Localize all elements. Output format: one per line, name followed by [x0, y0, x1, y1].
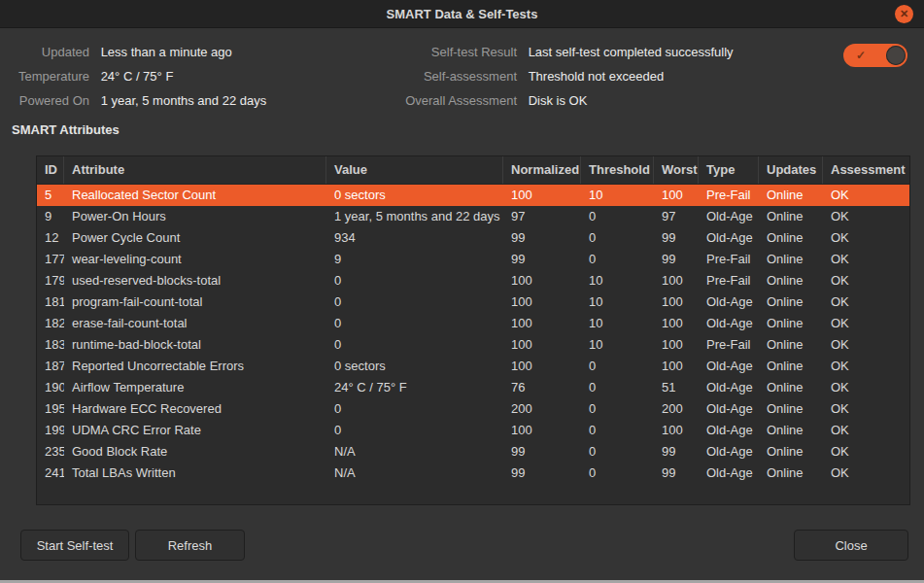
table-cell-type: Old-Age [699, 398, 759, 420]
table-cell-updates: Online [759, 463, 823, 484]
table-cell-threshold: 0 [581, 356, 654, 377]
table-row[interactable]: 241Total LBAs WrittenN/A99099Old-AgeOnli… [37, 463, 909, 484]
column-header-threshold[interactable]: Threshold [581, 156, 654, 184]
column-header-assessment[interactable]: Assessment [823, 156, 909, 184]
table-cell-assessment: OK [823, 463, 909, 484]
table-cell-attribute: used-reserved-blocks-total [64, 270, 326, 292]
table-cell-value: 0 [326, 420, 503, 441]
table-cell-type: Pre-Fail [699, 249, 759, 270]
updated-label: Updated [8, 45, 89, 60]
table-row[interactable]: 183runtime-bad-block-total010010100Pre-F… [37, 334, 909, 356]
table-cell-attribute: wear-leveling-count [64, 249, 326, 270]
table-cell-threshold: 0 [581, 398, 654, 420]
table-cell-worst: 200 [654, 398, 699, 420]
table-cell-normalized: 99 [503, 463, 581, 484]
table-cell-value: 0 [326, 292, 503, 313]
table-row[interactable]: 182erase-fail-count-total010010100Old-Ag… [37, 313, 909, 334]
table-cell-worst: 100 [654, 356, 699, 377]
table-cell-value: 1 year, 5 months and 22 days [326, 206, 503, 227]
section-title: SMART Attributes [12, 122, 120, 137]
table-cell-type: Pre-Fail [699, 270, 759, 292]
column-header-updates[interactable]: Updates [759, 156, 823, 184]
table-cell-worst: 51 [654, 377, 699, 398]
table-cell-assessment: OK [823, 206, 909, 227]
table-cell-id: 177 [37, 249, 64, 270]
table-cell-threshold: 0 [581, 206, 654, 227]
self-test-result-label: Self-test Result [389, 45, 517, 60]
table-cell-value: 0 [326, 334, 503, 356]
table-cell-normalized: 100 [503, 292, 581, 313]
table-row[interactable]: 12Power Cycle Count93499099Old-AgeOnline… [37, 227, 909, 249]
column-header-worst[interactable]: Worst [654, 156, 699, 184]
table-row[interactable]: 195Hardware ECC Recovered02000200Old-Age… [37, 398, 909, 420]
close-icon: ✕ [900, 9, 908, 19]
table-cell-id: 187 [37, 356, 64, 377]
table-cell-attribute: erase-fail-count-total [64, 313, 326, 334]
table-cell-type: Old-Age [699, 377, 759, 398]
table-header-row: IDAttributeValueNormalizedThresholdWorst… [37, 156, 909, 185]
table-cell-assessment: OK [823, 334, 909, 356]
table-row[interactable]: 9Power-On Hours1 year, 5 months and 22 d… [37, 206, 909, 227]
table-row[interactable]: 199UDMA CRC Error Rate01000100Old-AgeOnl… [37, 420, 909, 441]
table-cell-id: 181 [37, 292, 64, 313]
table-cell-attribute: runtime-bad-block-total [64, 334, 326, 356]
table-cell-id: 195 [37, 398, 64, 420]
column-header-attribute[interactable]: Attribute [64, 156, 326, 184]
table-cell-worst: 100 [654, 270, 699, 292]
column-header-type[interactable]: Type [699, 156, 759, 184]
info-row-overall-assessment: Overall Assessment Disk is OK [389, 93, 587, 109]
table-cell-normalized: 99 [503, 441, 581, 463]
table-cell-value: 9 [326, 249, 503, 270]
table-cell-threshold: 0 [581, 441, 654, 463]
table-cell-worst: 97 [654, 206, 699, 227]
info-row-self-test-result: Self-test Result Last self-test complete… [389, 45, 734, 60]
table-cell-attribute: Reported Uncorrectable Errors [64, 356, 326, 377]
table-row[interactable]: 181program-fail-count-total010010100Old-… [37, 292, 909, 313]
column-header-id[interactable]: ID [37, 156, 64, 184]
table-cell-threshold: 0 [581, 463, 654, 484]
table-cell-normalized: 100 [503, 420, 581, 441]
table-cell-worst: 99 [654, 463, 699, 484]
refresh-button[interactable]: Refresh [135, 530, 245, 561]
table-cell-assessment: OK [823, 441, 909, 463]
column-header-value[interactable]: Value [326, 156, 503, 184]
table-row[interactable]: 179used-reserved-blocks-total010010100Pr… [37, 270, 909, 292]
table-cell-worst: 99 [654, 249, 699, 270]
close-button[interactable]: ✕ [895, 5, 913, 23]
table-cell-normalized: 100 [503, 270, 581, 292]
info-row-updated: Updated Less than a minute ago [8, 45, 232, 60]
table-cell-normalized: 76 [503, 377, 581, 398]
table-cell-normalized: 99 [503, 249, 581, 270]
self-assessment-label: Self-assessment [389, 69, 517, 85]
table-cell-threshold: 10 [581, 334, 654, 356]
table-row[interactable]: 5Reallocated Sector Count0 sectors100101… [37, 185, 909, 206]
dialog-title: SMART Data & Self-Tests [387, 7, 538, 21]
table-cell-type: Old-Age [699, 227, 759, 249]
table-cell-attribute: Hardware ECC Recovered [64, 398, 326, 420]
self-assessment-value: Threshold not exceeded [529, 69, 664, 85]
table-cell-updates: Online [759, 227, 823, 249]
table-cell-assessment: OK [823, 420, 909, 441]
start-self-test-button[interactable]: Start Self-test [20, 530, 129, 561]
table-row[interactable]: 177wear-leveling-count999099Pre-FailOnli… [37, 249, 909, 270]
powered-on-label: Powered On [8, 93, 89, 109]
table-row[interactable]: 187Reported Uncorrectable Errors0 sector… [37, 356, 909, 377]
table-cell-worst: 99 [654, 441, 699, 463]
table-cell-type: Pre-Fail [699, 185, 759, 206]
table-cell-attribute: Reallocated Sector Count [64, 185, 326, 206]
table-cell-assessment: OK [823, 313, 909, 334]
updated-value: Less than a minute ago [101, 45, 232, 60]
table-cell-id: 183 [37, 334, 64, 356]
column-header-normalized[interactable]: Normalized [503, 156, 581, 184]
table-cell-worst: 100 [654, 185, 699, 206]
table-cell-assessment: OK [823, 227, 909, 249]
close-dialog-button[interactable]: Close [794, 530, 908, 561]
table-cell-id: 12 [37, 227, 64, 249]
table-row[interactable]: 235Good Block RateN/A99099Old-AgeOnlineO… [37, 441, 909, 463]
smart-enabled-toggle[interactable]: ✓ [843, 44, 907, 67]
table-cell-type: Old-Age [699, 441, 759, 463]
table-cell-assessment: OK [823, 292, 909, 313]
table-cell-attribute: program-fail-count-total [64, 292, 326, 313]
table-cell-value: 934 [326, 227, 503, 249]
table-row[interactable]: 190Airflow Temperature24° C / 75° F76051… [37, 377, 909, 398]
